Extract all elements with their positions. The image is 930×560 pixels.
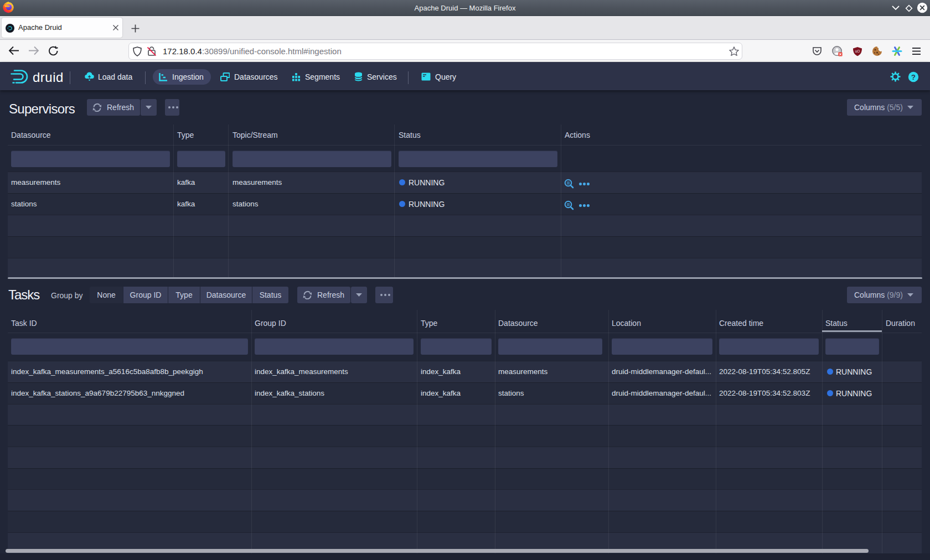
svg-text:uO: uO xyxy=(855,49,860,53)
svg-text:?: ? xyxy=(911,73,916,81)
